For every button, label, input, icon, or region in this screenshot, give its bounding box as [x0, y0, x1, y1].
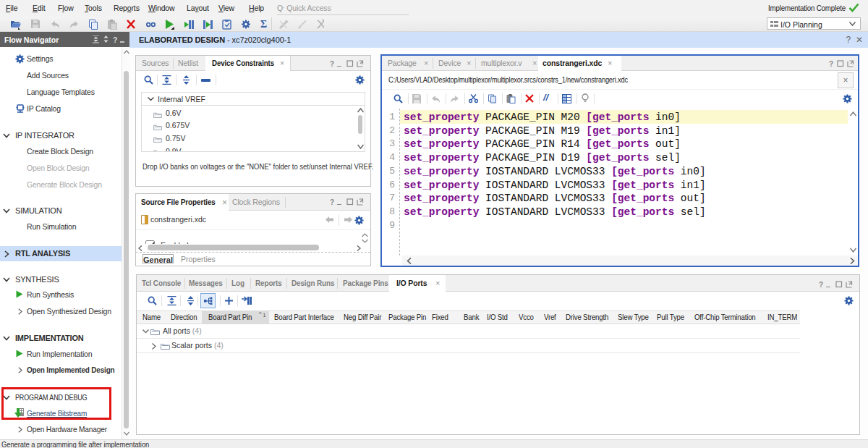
svg-text:?: ?	[330, 60, 334, 67]
svg-text:?: ?	[829, 60, 833, 67]
svg-text:?: ?	[819, 281, 823, 288]
svg-text:Σ: Σ	[260, 19, 267, 30]
svg-text:?: ?	[330, 198, 334, 206]
svg-text:?: ?	[113, 35, 117, 43]
